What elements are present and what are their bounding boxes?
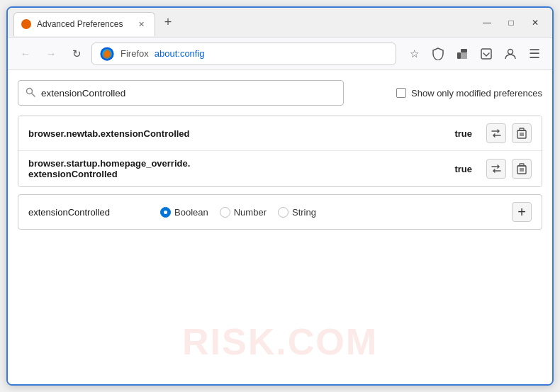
nav-icons: ☆	[403, 43, 545, 65]
reload-button[interactable]: ↻	[66, 43, 87, 65]
back-button[interactable]: ←	[15, 43, 36, 65]
address-bar[interactable]: Firefox about:config	[91, 43, 396, 65]
svg-rect-3	[457, 52, 461, 59]
radio-string[interactable]: String	[278, 207, 316, 218]
svg-rect-6	[481, 49, 491, 59]
tab-favicon	[21, 19, 31, 29]
radio-boolean[interactable]: Boolean	[160, 207, 208, 218]
content-area: RISK.COM extensionControlled Show only m…	[8, 70, 552, 384]
table-row: browser.newtab.extensionControlled true	[18, 116, 542, 151]
search-icon	[26, 87, 35, 99]
svg-point-7	[508, 49, 513, 54]
type-selector: Boolean Number String	[160, 207, 316, 218]
svg-line-9	[32, 94, 35, 96]
results-table: browser.newtab.extensionControlled true	[18, 116, 542, 187]
toggle-button-1[interactable]	[486, 123, 506, 143]
svg-point-8	[27, 88, 33, 94]
minimize-button[interactable]: —	[476, 13, 498, 33]
menu-button[interactable]: ☰	[524, 43, 545, 65]
close-button[interactable]: ✕	[524, 13, 547, 33]
profile-button[interactable]	[500, 43, 521, 65]
show-modified-area: Show only modified preferences	[396, 88, 542, 99]
add-pref-button[interactable]: +	[512, 202, 532, 222]
search-input: extensionControlled	[41, 88, 125, 99]
trash-icon	[517, 128, 527, 139]
svg-rect-5	[461, 52, 467, 59]
new-pref-name: extensionControlled	[28, 207, 128, 218]
extension-button[interactable]	[452, 43, 473, 65]
pref-value-2: true	[454, 164, 472, 174]
browser-window: Advanced Preferences ✕ + — □ ✕ ← → ↻ Fir…	[6, 6, 554, 386]
maximize-button[interactable]: □	[500, 13, 522, 33]
extension-icon	[456, 47, 469, 60]
title-bar: Advanced Preferences ✕ + — □ ✕	[8, 8, 552, 38]
show-modified-label: Show only modified preferences	[411, 88, 542, 99]
profile-icon	[504, 47, 517, 60]
pref-name-2: browser.startup.homepage_override. exten…	[28, 158, 454, 179]
svg-rect-12	[520, 128, 524, 130]
svg-rect-18	[520, 164, 524, 166]
bookmarks-star-button[interactable]: ☆	[403, 43, 425, 65]
radio-boolean-circle	[160, 207, 171, 218]
shield-button[interactable]	[427, 43, 449, 65]
radio-string-circle	[278, 207, 289, 218]
row-actions-2	[486, 159, 532, 179]
svg-rect-4	[461, 49, 467, 52]
pocket-button[interactable]	[476, 43, 497, 65]
new-pref-row: extensionControlled Boolean Number Strin…	[18, 194, 542, 230]
delete-button-1[interactable]	[512, 123, 532, 143]
radio-boolean-label: Boolean	[174, 207, 208, 218]
pref-name-1: browser.newtab.extensionControlled	[28, 128, 454, 139]
new-tab-button[interactable]: +	[158, 13, 178, 33]
row-actions-1	[486, 123, 532, 143]
window-controls: — □ ✕	[476, 13, 547, 33]
search-box[interactable]: extensionControlled	[18, 80, 344, 106]
address-text: about:config	[155, 48, 205, 59]
radio-string-label: String	[292, 207, 316, 218]
tab-title: Advanced Preferences	[37, 19, 129, 29]
tab-close-button[interactable]: ✕	[135, 18, 147, 30]
forward-button[interactable]: →	[40, 43, 62, 65]
browser-name: Firefox	[121, 48, 149, 59]
radio-number-label: Number	[234, 207, 267, 218]
swap-icon-2	[491, 164, 502, 174]
navigation-bar: ← → ↻ Firefox about:config ☆	[8, 38, 552, 70]
active-tab[interactable]: Advanced Preferences ✕	[13, 12, 155, 36]
radio-number-circle	[220, 207, 230, 218]
watermark: RISK.COM	[182, 320, 378, 363]
toggle-button-2[interactable]	[486, 159, 506, 179]
swap-icon	[491, 128, 502, 138]
radio-number[interactable]: Number	[220, 207, 267, 218]
trash-icon-2	[517, 163, 527, 174]
delete-button-2[interactable]	[512, 159, 532, 179]
table-row: browser.startup.homepage_override. exten…	[18, 151, 542, 186]
search-row: extensionControlled Show only modified p…	[18, 80, 542, 106]
show-modified-checkbox[interactable]	[396, 88, 406, 98]
shield-icon	[432, 47, 444, 60]
pocket-icon	[480, 47, 493, 60]
pref-value-1: true	[454, 128, 472, 139]
firefox-logo-icon	[99, 46, 115, 62]
